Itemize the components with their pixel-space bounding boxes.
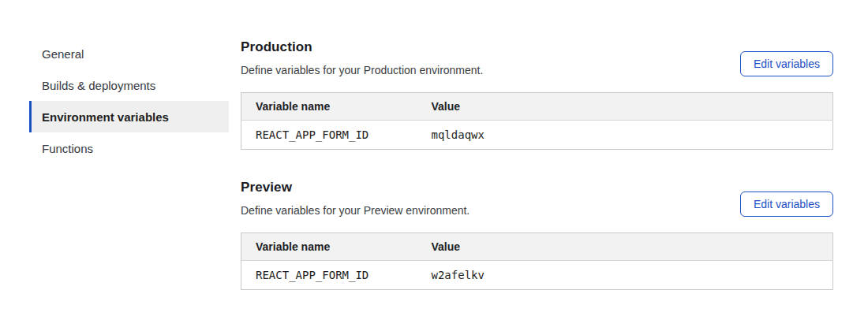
- sidebar-item-functions[interactable]: Functions: [29, 132, 229, 164]
- table-row: REACT_APP_FORM_ID mqldaqwx: [241, 121, 833, 150]
- table-header-row: Variable name Value: [241, 93, 833, 121]
- production-section-title: Production: [241, 39, 483, 55]
- variable-value-cell: w2afelkv: [417, 261, 833, 290]
- table-header-row: Variable name Value: [241, 233, 833, 261]
- sidebar-item-builds-deployments[interactable]: Builds & deployments: [29, 69, 229, 101]
- production-section-header: Production Define variables for your Pro…: [241, 39, 833, 76]
- edit-variables-button-production[interactable]: Edit variables: [740, 51, 833, 76]
- sidebar-item-environment-variables[interactable]: Environment variables: [29, 101, 229, 132]
- preview-section-header: Preview Define variables for your Previe…: [241, 180, 833, 217]
- variable-name-cell: REACT_APP_FORM_ID: [241, 121, 417, 150]
- variable-value-cell: mqldaqwx: [417, 121, 833, 150]
- production-section-description: Define variables for your Production env…: [241, 64, 483, 76]
- sidebar-item-general[interactable]: General: [29, 38, 229, 69]
- variable-name-cell: REACT_APP_FORM_ID: [241, 261, 417, 290]
- column-header-value: Value: [417, 233, 833, 261]
- production-variables-table: Variable name Value REACT_APP_FORM_ID mq…: [241, 92, 833, 150]
- settings-sidebar: General Builds & deployments Environment…: [29, 38, 229, 290]
- preview-section-description: Define variables for your Preview enviro…: [241, 204, 470, 217]
- settings-content: Production Define variables for your Pro…: [241, 38, 833, 290]
- column-header-variable-name: Variable name: [241, 233, 417, 261]
- column-header-variable-name: Variable name: [241, 93, 417, 121]
- preview-section: Preview Define variables for your Previe…: [241, 180, 833, 290]
- edit-variables-button-preview[interactable]: Edit variables: [740, 192, 833, 217]
- production-section: Production Define variables for your Pro…: [241, 39, 833, 150]
- environment-variables-settings-page: General Builds & deployments Environment…: [0, 0, 868, 290]
- column-header-value: Value: [417, 93, 833, 121]
- table-row: REACT_APP_FORM_ID w2afelkv: [241, 261, 833, 290]
- preview-section-title: Preview: [241, 180, 470, 195]
- preview-variables-table: Variable name Value REACT_APP_FORM_ID w2…: [241, 232, 833, 290]
